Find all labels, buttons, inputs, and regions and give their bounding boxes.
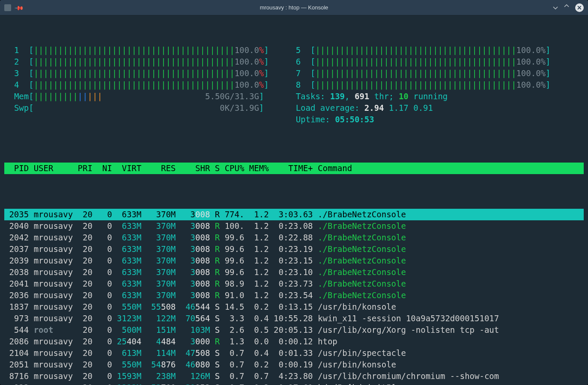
process-row[interactable]: 2037mrousavy200633M370M3008R99.61.20:23.…	[4, 243, 584, 255]
cell-pid: 544	[4, 324, 29, 336]
close-icon[interactable]: ✕	[575, 3, 584, 12]
minimize-icon[interactable]	[553, 4, 558, 11]
cell-pri: 20	[73, 324, 93, 336]
col-ni[interactable]: NI	[93, 163, 112, 174]
cell-state: R	[210, 290, 220, 301]
cell-command: kded5 [kdeinit5]	[313, 382, 584, 385]
process-row[interactable]: 2051mrousavy200550M5487646080S0.70.20:00…	[4, 359, 584, 370]
cell-pri: 20	[73, 255, 93, 267]
cell-ni: 0	[93, 220, 112, 232]
process-row[interactable]: 2040mrousavy200633M370M3008R100.1.20:23.…	[4, 220, 584, 232]
cell-state: R	[210, 267, 220, 278]
col-pid[interactable]: PID	[4, 163, 29, 174]
cpu-meter-4: 4 [|||||||||||||||||||||||||||||||||||||…	[4, 79, 269, 91]
cell-state: S	[210, 370, 220, 382]
cell-pri: 20	[73, 290, 93, 301]
maximize-icon[interactable]	[564, 4, 569, 11]
col-shr[interactable]: SHR	[176, 163, 210, 174]
cell-virt: 633M	[112, 220, 142, 232]
process-row[interactable]: 2042mrousavy200633M370M3008R99.61.20:22.…	[4, 232, 584, 243]
col-mem[interactable]: MEM%	[244, 163, 269, 174]
cell-user: mrousavy	[29, 370, 73, 382]
cell-pri: 20	[73, 278, 93, 290]
col-virt[interactable]: VIRT	[112, 163, 142, 174]
process-row[interactable]: 8716mrousavy2001593M238M126MS0.70.74:23.…	[4, 370, 584, 382]
cpu-meter-3: 3 [|||||||||||||||||||||||||||||||||||||…	[4, 68, 269, 79]
cell-virt: 613M	[112, 347, 142, 359]
cell-time: 0:13.15	[269, 301, 313, 313]
cell-state: R	[210, 220, 220, 232]
cell-virt: 633M	[112, 290, 142, 301]
cell-pid: 2051	[4, 359, 29, 370]
cell-ni: 0	[93, 347, 112, 359]
process-row[interactable]: 544root200500M151M103MS2.60.520:05.13/us…	[4, 324, 584, 336]
process-row[interactable]: 2086mrousavy2002540444843000R1.30.00:00.…	[4, 336, 584, 347]
process-row[interactable]: 2038mrousavy200633M370M3008R99.61.20:23.…	[4, 267, 584, 278]
cell-shr: 46544	[176, 301, 210, 313]
cell-cpu: 99.6	[220, 232, 244, 243]
cell-res: 370M	[141, 243, 176, 255]
cell-pri: 20	[73, 370, 93, 382]
cell-ni: 0	[93, 370, 112, 382]
process-row[interactable]: 2036mrousavy200633M370M3008R91.01.20:23.…	[4, 290, 584, 301]
cell-cpu: 100.	[220, 220, 244, 232]
cell-time: 0:00.12	[269, 336, 313, 347]
cell-res: 55508	[141, 301, 176, 313]
cell-virt: 500M	[112, 324, 142, 336]
process-row[interactable]: 2041mrousavy200633M370M3008R98.91.20:23.…	[4, 278, 584, 290]
cpu-meter-5: 5 [|||||||||||||||||||||||||||||||||||||…	[286, 44, 551, 56]
process-header[interactable]: PID USER PRI NI VIRT RES SHR S CPU% MEM%…	[4, 163, 584, 174]
cell-pid: 1837	[4, 301, 29, 313]
col-res[interactable]: RES	[141, 163, 176, 174]
pin-icon[interactable]: 📌	[14, 3, 24, 12]
cell-res: 370M	[141, 278, 176, 290]
cell-res: 122M	[141, 313, 176, 324]
process-row[interactable]: 2035mrousavy200633M370M3008R774.1.23:03.…	[4, 209, 584, 220]
cell-ni: 0	[93, 267, 112, 278]
cell-cpu: 0.7	[220, 382, 244, 385]
process-row[interactable]: 2039mrousavy200633M370M3008R99.61.20:23.…	[4, 255, 584, 267]
cell-pri: 20	[73, 220, 93, 232]
cell-virt: 633M	[112, 232, 142, 243]
cell-virt: 633M	[112, 243, 142, 255]
cell-mem: 1.2	[244, 243, 269, 255]
titlebar[interactable]: 📌 mrousavy : htop — Konsole ✕	[0, 0, 588, 15]
cpu-meter-6: 6 [|||||||||||||||||||||||||||||||||||||…	[286, 56, 551, 68]
terminal-area[interactable]: 1 [|||||||||||||||||||||||||||||||||||||…	[0, 15, 588, 385]
cell-mem: 0.2	[244, 301, 269, 313]
cell-virt: 633M	[112, 278, 142, 290]
cell-virt: 1593M	[112, 370, 142, 382]
process-row[interactable]: 973mrousavy2003123M122M70564S3.30.410:55…	[4, 313, 584, 324]
cell-state: S	[210, 324, 220, 336]
konsole-window: 📌 mrousavy : htop — Konsole ✕ 1 [|||||||…	[0, 0, 588, 385]
col-time[interactable]: TIME+	[269, 163, 313, 174]
col-user[interactable]: USER	[29, 163, 73, 174]
col-pri[interactable]: PRI	[73, 163, 93, 174]
cell-ni: 0	[93, 324, 112, 336]
cell-pri: 20	[73, 359, 93, 370]
process-row[interactable]: 933mrousavy2001222M5270039952S0.70.20:17…	[4, 382, 584, 385]
process-row[interactable]: 2104mrousavy200613M114M47508S0.70.40:01.…	[4, 347, 584, 359]
process-row[interactable]: 1837mrousavy200550M5550846544S14.50.20:1…	[4, 301, 584, 313]
cell-pri: 20	[73, 267, 93, 278]
cell-ni: 0	[93, 382, 112, 385]
cell-time: 0:01.33	[269, 347, 313, 359]
cell-mem: 0.4	[244, 347, 269, 359]
cell-shr: 47508	[176, 347, 210, 359]
col-cmd[interactable]: Command	[313, 163, 584, 174]
cell-virt: 3123M	[112, 313, 142, 324]
cell-res: 151M	[141, 324, 176, 336]
cell-virt: 1222M	[112, 382, 142, 385]
col-s[interactable]: S	[210, 163, 220, 174]
cell-cpu: 0.7	[220, 359, 244, 370]
cell-user: mrousavy	[29, 267, 73, 278]
cell-res: 238M	[141, 370, 176, 382]
cell-command: /usr/bin/spectacle	[313, 347, 584, 359]
cell-command: /usr/lib/xorg/Xorg -nolisten tcp -aut	[313, 324, 584, 336]
cell-time: 0:23.19	[269, 243, 313, 255]
cell-pri: 20	[73, 243, 93, 255]
swp-meter: Swp[ 0K/31.9G]	[4, 102, 269, 114]
col-cpu[interactable]: CPU%	[220, 163, 244, 174]
cell-shr: 3008	[176, 209, 210, 220]
process-list[interactable]: 2035mrousavy200633M370M3008R774.1.23:03.…	[4, 209, 584, 385]
